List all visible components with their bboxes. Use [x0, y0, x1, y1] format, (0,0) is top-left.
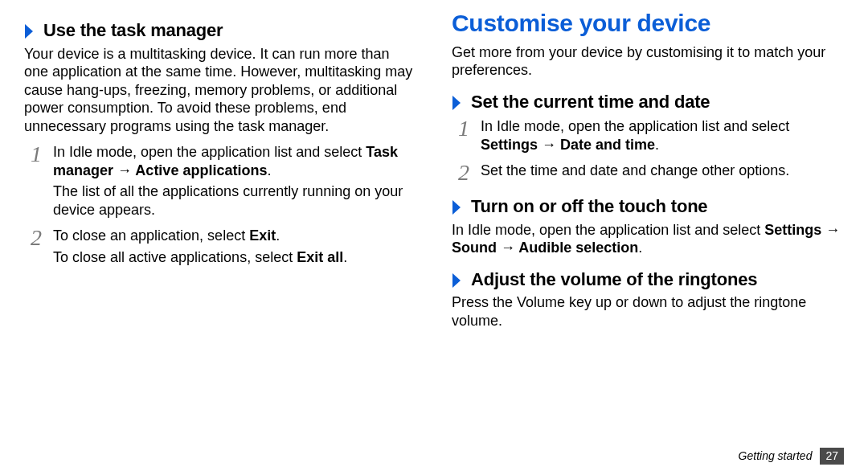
subsection-touchtone-heading: Turn on or off the touch tone — [452, 195, 844, 218]
step-2: 2 Set the time and date and change other… — [453, 162, 844, 184]
page-footer: Getting started 27 — [739, 448, 844, 465]
body-text: In Idle mode, open the application list … — [452, 222, 764, 238]
step-text: . — [655, 137, 659, 153]
step-number-2: 2 — [453, 162, 469, 184]
step-text: . — [276, 227, 280, 244]
body-paragraph: In Idle mode, open the application list … — [452, 221, 844, 257]
step-number-1: 1 — [453, 117, 469, 157]
footer-chapter-label: Getting started — [739, 449, 813, 464]
chevron-right-icon — [24, 20, 35, 36]
chevron-right-icon — [452, 269, 463, 285]
page-number: 27 — [820, 448, 844, 465]
step-number-1: 1 — [26, 143, 42, 222]
right-column: Customise your device Get more from your… — [434, 8, 868, 468]
body-paragraph: Press the Volume key up or down to adjus… — [452, 293, 844, 330]
step-text: To close all active applications, select — [53, 249, 297, 265]
section-intro: Get more from your device by customising… — [452, 43, 844, 80]
step-text: . — [343, 249, 347, 265]
subsection-volume-heading: Adjust the volume of the ringtones — [452, 268, 844, 291]
subsection-title: Turn on or off the touch tone — [471, 195, 707, 218]
step-body: To close an application, select Exit. To… — [53, 227, 416, 269]
subsection-task-manager-heading: Use the task manager — [24, 19, 416, 42]
intro-paragraph: Your device is a multitasking device. It… — [24, 45, 416, 136]
step-text: The list of all the applications current… — [53, 182, 416, 219]
step-number-2: 2 — [26, 227, 42, 269]
step-2: 2 To close an application, select Exit. … — [26, 227, 416, 269]
subsection-time-heading: Set the current time and date — [452, 91, 844, 113]
bold-text: Settings → Date and time — [481, 137, 655, 153]
bold-text: Exit — [249, 227, 276, 244]
step-text: Set the time and date and change other o… — [481, 162, 844, 180]
step-1: 1 In Idle mode, open the application lis… — [26, 143, 416, 222]
subsection-title: Set the current time and date — [471, 91, 710, 113]
chevron-right-icon — [452, 196, 463, 212]
manual-page: Use the task manager Your device is a mu… — [0, 0, 868, 471]
left-column: Use the task manager Your device is a mu… — [0, 8, 434, 468]
step-text: . — [267, 162, 271, 178]
step-body: In Idle mode, open the application list … — [481, 117, 844, 157]
step-text: In Idle mode, open the application list … — [481, 118, 789, 134]
subsection-title: Adjust the volume of the ringtones — [471, 268, 757, 291]
step-body: In Idle mode, open the application list … — [53, 143, 416, 222]
step-1: 1 In Idle mode, open the application lis… — [453, 117, 844, 157]
body-text: . — [638, 240, 642, 256]
step-text: To close an application, select — [53, 227, 249, 244]
step-text: In Idle mode, open the application list … — [53, 144, 366, 160]
subsection-title: Use the task manager — [43, 19, 223, 42]
section-title: Customise your device — [452, 8, 844, 39]
step-body: Set the time and date and change other o… — [481, 162, 844, 184]
bold-text: Exit all — [297, 249, 343, 265]
chevron-right-icon — [452, 92, 463, 108]
